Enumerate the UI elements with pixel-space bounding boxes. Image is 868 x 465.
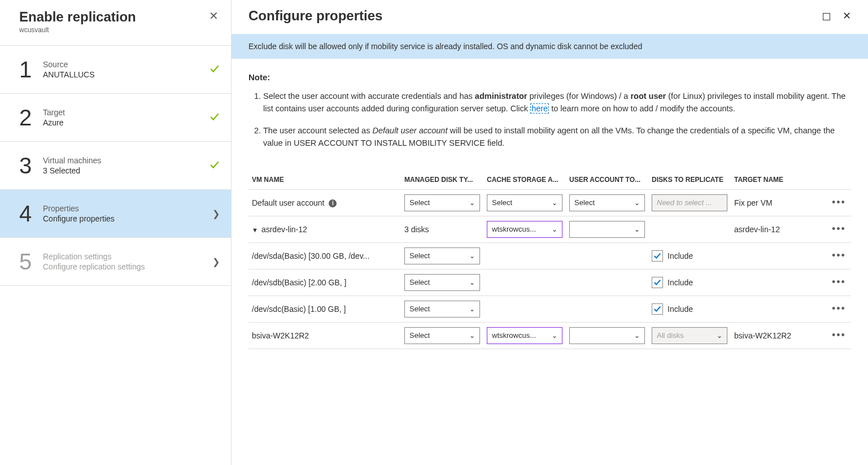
content-body: Note: Select the user account with accur… (232, 59, 868, 349)
target-name-cell: bsiva-W2K12R2 (731, 322, 828, 349)
step-title: Replication settings (43, 252, 212, 261)
chevron-down-icon: ⌄ (634, 225, 640, 233)
target-name-cell: Fix per VM (731, 189, 828, 216)
disks-replicate-disabled: Need to select ... (652, 194, 727, 211)
include-checkbox[interactable]: Include (652, 303, 693, 315)
info-icon[interactable]: i (329, 199, 337, 207)
content-title: Configure properties (248, 8, 802, 24)
wizard-steps: 1 Source ANUTALLUCS 2 Target Azure 3 Vir… (0, 45, 231, 286)
row-name-cell: Default user account i (248, 189, 401, 216)
chevron-down-icon: ⌄ (469, 252, 475, 260)
default-account-row: Default user account i Select⌄ Select⌄ S… (248, 189, 851, 216)
step-subtitle: Configure replication settings (43, 262, 212, 271)
wizard-header: Enable replication wcusvault ✕ (0, 9, 231, 41)
disk-name-cell: /dev/sdb(Basic) [2.00 GB, ] (248, 269, 401, 295)
default-account-label: Default user account (252, 198, 324, 207)
col-disks-replicate[interactable]: DISKS TO REPLICATE (648, 170, 731, 190)
content-header: Configure properties ✕ (232, 0, 868, 34)
cache-storage-select[interactable]: wtskrowcus...⌄ (487, 327, 562, 344)
disk-row: /dev/sda(Basic) [30.00 GB, /dev... Selec… (248, 242, 851, 269)
disk-count-cell: 3 disks (401, 216, 483, 242)
disk-row: /dev/sdb(Basic) [2.00 GB, ] Select⌄ Incl… (248, 269, 851, 295)
col-cache-storage[interactable]: CACHE STORAGE A... (483, 170, 566, 190)
check-icon (210, 160, 220, 172)
step-source[interactable]: 1 Source ANUTALLUCS (0, 46, 231, 94)
chevron-right-icon: ❯ (212, 257, 220, 267)
note-bold: root user (630, 92, 666, 101)
target-name-cell: asrdev-lin-12 (731, 216, 828, 242)
note-text: to learn more on how to add / modify the… (549, 104, 735, 113)
user-account-select[interactable]: Select⌄ (569, 194, 645, 211)
info-banner: Exclude disk will be allowed only if mob… (232, 34, 868, 59)
close-icon[interactable]: ✕ (209, 10, 219, 21)
chevron-down-icon: ⌄ (469, 279, 475, 286)
include-label: Include (668, 305, 693, 314)
user-account-select[interactable]: ⌄ (569, 327, 645, 344)
disks-replicate-select[interactable]: All disks⌄ (652, 327, 727, 344)
include-label: Include (668, 278, 693, 287)
step-number: 4 (19, 202, 43, 225)
chevron-down-icon: ⌄ (717, 332, 722, 340)
check-icon (210, 64, 220, 76)
step-title: Source (43, 60, 210, 69)
triangle-down-icon[interactable]: ▼ (252, 227, 258, 233)
step-title: Properties (43, 204, 212, 213)
step-number: 3 (19, 154, 43, 177)
more-icon[interactable]: ••• (832, 276, 846, 288)
maximize-icon[interactable] (813, 10, 830, 21)
managed-disk-select[interactable]: Select⌄ (404, 301, 480, 318)
include-checkbox[interactable]: Include (652, 277, 693, 288)
note-text: privileges (for Windows) / a (527, 92, 630, 101)
chevron-down-icon: ⌄ (469, 199, 475, 207)
more-icon[interactable]: ••• (832, 197, 846, 208)
vm-row: bsiva-W2K12R2 Select⌄ wtskrowcus...⌄ ⌄ A… (248, 322, 851, 349)
step-replication-settings[interactable]: 5 Replication settings Configure replica… (0, 238, 231, 286)
main-content: Configure properties ✕ Exclude disk will… (232, 0, 868, 465)
step-number: 5 (19, 250, 43, 273)
vm-name-cell[interactable]: bsiva-W2K12R2 (248, 322, 401, 349)
col-target-name[interactable]: TARGET NAME (731, 170, 828, 190)
step-target[interactable]: 2 Target Azure (0, 94, 231, 142)
col-managed-disk-type[interactable]: MANAGED DISK TY... (401, 170, 483, 190)
cache-storage-select[interactable]: wtskrowcus...⌄ (487, 221, 562, 238)
more-icon[interactable]: ••• (832, 303, 846, 314)
step-number: 1 (19, 58, 43, 81)
managed-disk-select[interactable]: Select⌄ (404, 247, 480, 264)
disk-row: /dev/sdc(Basic) [1.00 GB, ] Select⌄ Incl… (248, 295, 851, 322)
include-checkbox[interactable]: Include (652, 250, 693, 262)
disk-name-cell: /dev/sda(Basic) [30.00 GB, /dev... (248, 242, 401, 269)
note-bold: administrator (475, 92, 527, 101)
note-item: Select the user account with accurate cr… (263, 90, 851, 115)
managed-disk-select[interactable]: Select⌄ (404, 327, 480, 344)
user-account-select[interactable]: ⌄ (569, 221, 645, 238)
note-text: The user account selected as (263, 126, 372, 135)
step-title: Virtual machines (43, 156, 210, 165)
note-heading: Note: (248, 72, 851, 82)
chevron-down-icon: ⌄ (552, 199, 557, 207)
managed-disk-select[interactable]: Select⌄ (404, 274, 480, 291)
col-user-account[interactable]: USER ACCOUNT TO... (566, 170, 648, 190)
note-list: Select the user account with accurate cr… (248, 90, 851, 150)
disk-name-cell: /dev/sdc(Basic) [1.00 GB, ] (248, 295, 401, 322)
note-item: The user account selected as Default use… (263, 124, 851, 150)
managed-disk-select[interactable]: Select⌄ (404, 194, 480, 211)
chevron-down-icon: ⌄ (634, 199, 640, 207)
vm-name-label: asrdev-lin-12 (261, 225, 307, 234)
more-icon[interactable]: ••• (832, 329, 846, 341)
more-icon[interactable]: ••• (832, 223, 846, 234)
learn-more-link[interactable]: here (530, 103, 549, 114)
close-icon[interactable]: ✕ (843, 10, 851, 21)
chevron-down-icon: ⌄ (634, 332, 640, 340)
step-subtitle: 3 Selected (43, 166, 210, 175)
col-vm-name[interactable]: VM NAME (248, 170, 401, 190)
vm-name-cell[interactable]: ▼asrdev-lin-12 (248, 216, 401, 242)
step-virtual-machines[interactable]: 3 Virtual machines 3 Selected (0, 142, 231, 190)
properties-table: VM NAME MANAGED DISK TY... CACHE STORAGE… (248, 170, 851, 349)
more-icon[interactable]: ••• (832, 250, 846, 261)
cache-storage-select[interactable]: Select⌄ (487, 194, 562, 211)
step-subtitle: Azure (43, 118, 210, 127)
wizard-title: Enable replication (19, 9, 214, 25)
step-properties[interactable]: 4 Properties Configure properties ❯ (0, 190, 231, 238)
step-title: Target (43, 108, 210, 117)
step-subtitle: Configure properties (43, 214, 212, 223)
